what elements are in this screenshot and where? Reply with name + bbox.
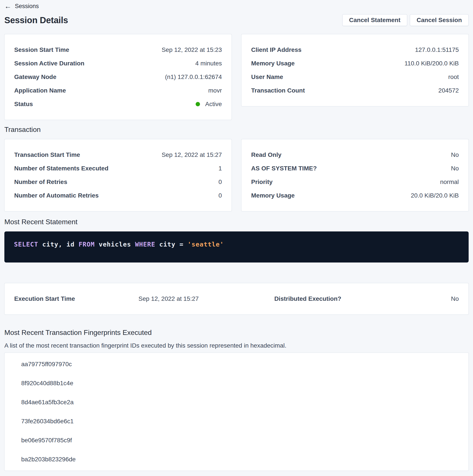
sql-string-literal: 'seattle': [188, 241, 224, 248]
sql-statement-box: SELECT city, id FROM vehicles WHERE city…: [4, 231, 469, 262]
cancel-statement-button[interactable]: Cancel Statement: [342, 14, 407, 26]
sql-text: vehicles: [95, 241, 135, 248]
field-value: 0: [218, 192, 222, 199]
sql-keyword: FROM: [79, 241, 95, 248]
session-start-time-row: Session Start Time Sep 12, 2022 at 15:23: [14, 43, 222, 57]
statements-executed-row: Number of Statements Executed 1: [14, 162, 222, 175]
fingerprint-item: be06e9570f785c9f: [5, 431, 468, 450]
header-actions: Cancel Statement Cancel Session: [342, 14, 469, 26]
field-value: movr: [208, 87, 222, 94]
field-label: Client IP Address: [251, 46, 301, 53]
transaction-info-card-right: Read Only No AS OF SYSTEM TIME? No Prior…: [241, 139, 469, 211]
field-value: 110.0 KiB/200.0 KiB: [404, 60, 459, 67]
field-value: 1: [218, 165, 222, 172]
status-badge: Active: [196, 101, 222, 108]
fingerprint-item: 73fe26034bd6e6c1: [5, 412, 468, 431]
breadcrumb-back-sessions[interactable]: ← Sessions: [4, 0, 39, 10]
fingerprints-section-title: Most Recent Transaction Fingerprints Exe…: [4, 328, 469, 337]
field-value: normal: [440, 178, 459, 186]
txn-memory-usage-row: Memory Usage 20.0 KiB/20.0 KiB: [251, 189, 459, 202]
field-label: Number of Retries: [14, 178, 67, 186]
field-label: Number of Automatic Retries: [14, 192, 98, 199]
transaction-start-time-row: Transaction Start Time Sep 12, 2022 at 1…: [14, 148, 222, 162]
gateway-node-row: Gateway Node (n1) 127.0.0.1:62674: [14, 70, 222, 84]
status-active-dot-icon: [196, 102, 200, 106]
fingerprints-description: A list of the most recent transaction fi…: [4, 342, 469, 350]
field-label: Status: [14, 101, 33, 108]
session-details-page: ← Sessions Session Details Cancel Statem…: [0, 0, 473, 471]
read-only-row: Read Only No: [251, 148, 459, 162]
field-value: 127.0.0.1:51175: [415, 46, 459, 53]
field-value: Sep 12, 2022 at 15:27: [139, 295, 199, 302]
field-label: Session Active Duration: [14, 60, 84, 67]
most-recent-statement-title: Most Recent Statement: [4, 218, 469, 226]
sql-keyword: WHERE: [135, 241, 155, 248]
transaction-count-row: Transaction Count 204572: [251, 84, 459, 97]
execution-start-time-row: Execution Start Time Sep 12, 2022 at 15:…: [14, 292, 199, 306]
field-value: 20.0 KiB/20.0 KiB: [411, 192, 459, 199]
fingerprint-item: 8d4ae61a5fb3ce2a: [5, 393, 468, 412]
field-label: Priority: [251, 178, 273, 186]
field-label: Execution Start Time: [14, 295, 75, 302]
field-label: Number of Statements Executed: [14, 165, 108, 172]
field-value: Sep 12, 2022 at 15:27: [162, 151, 222, 158]
field-label: Memory Usage: [251, 192, 295, 199]
field-label: Session Start Time: [14, 46, 69, 53]
execution-info-card: Execution Start Time Sep 12, 2022 at 15:…: [4, 283, 469, 315]
transaction-summary-row: Transaction Start Time Sep 12, 2022 at 1…: [4, 139, 469, 211]
field-value: No: [451, 295, 459, 302]
session-info-card-left: Session Start Time Sep 12, 2022 at 15:23…: [4, 34, 232, 120]
priority-row: Priority normal: [251, 175, 459, 189]
field-label: User Name: [251, 73, 283, 81]
automatic-retries-row: Number of Automatic Retries 0: [14, 189, 222, 202]
field-value: No: [451, 165, 459, 172]
back-arrow-icon: ←: [4, 2, 11, 10]
cancel-session-button[interactable]: Cancel Session: [410, 14, 469, 26]
transaction-section-title: Transaction: [4, 125, 469, 134]
user-name-row: User Name root: [251, 70, 459, 84]
transaction-info-card-left: Transaction Start Time Sep 12, 2022 at 1…: [4, 139, 232, 211]
sql-text: city, id: [38, 241, 79, 248]
fingerprints-card: aa79775ff097970c 8f920c40d88b1c4e 8d4ae6…: [4, 353, 469, 471]
field-value: No: [451, 151, 459, 158]
session-summary-row: Session Start Time Sep 12, 2022 at 15:23…: [4, 34, 469, 120]
distributed-execution-row: Distributed Execution? No: [274, 292, 459, 306]
status-row: Status Active: [14, 97, 222, 111]
field-value: root: [448, 73, 459, 81]
field-value: 4 minutes: [196, 60, 222, 67]
application-name-row: Application Name movr: [14, 84, 222, 97]
field-label: Distributed Execution?: [274, 295, 341, 302]
field-label: AS OF SYSTEM TIME?: [251, 165, 317, 172]
sql-text: city =: [155, 241, 188, 248]
field-label: Read Only: [251, 151, 281, 158]
field-value: 204572: [439, 87, 459, 94]
status-value: Active: [205, 101, 222, 108]
sql-keyword: SELECT: [14, 241, 38, 248]
field-label: Transaction Count: [251, 87, 305, 94]
gateway-node-link[interactable]: (n1) 127.0.0.1:62674: [165, 73, 222, 81]
field-label: Transaction Start Time: [14, 151, 80, 158]
as-of-system-time-row: AS OF SYSTEM TIME? No: [251, 162, 459, 175]
field-value: 0: [218, 178, 222, 186]
retries-row: Number of Retries 0: [14, 175, 222, 189]
fingerprint-item: 8f920c40d88b1c4e: [5, 374, 468, 393]
fingerprint-item: ba2b203b823296de: [5, 450, 468, 469]
field-label: Memory Usage: [251, 60, 295, 67]
session-active-duration-row: Session Active Duration 4 minutes: [14, 57, 222, 70]
breadcrumb-label: Sessions: [15, 2, 39, 10]
field-label: Application Name: [14, 87, 66, 94]
field-label: Gateway Node: [14, 73, 56, 81]
fingerprint-item: aa79775ff097970c: [5, 355, 468, 374]
session-info-card-right: Client IP Address 127.0.0.1:51175 Memory…: [241, 34, 469, 106]
client-ip-row: Client IP Address 127.0.0.1:51175: [251, 43, 459, 57]
field-value: Sep 12, 2022 at 15:23: [162, 46, 222, 53]
page-header: Session Details Cancel Statement Cancel …: [4, 14, 469, 26]
page-title: Session Details: [4, 15, 68, 25]
memory-usage-row: Memory Usage 110.0 KiB/200.0 KiB: [251, 57, 459, 70]
